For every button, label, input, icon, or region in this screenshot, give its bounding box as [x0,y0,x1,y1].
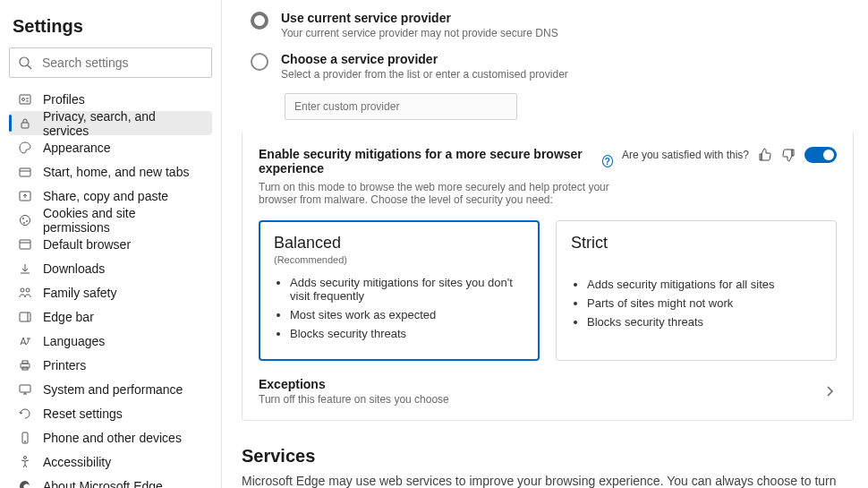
svg-point-13 [26,288,30,292]
security-title: Enable security mitigations for a more s… [259,147,597,176]
security-toggle[interactable] [804,147,837,163]
sidebar-item-phone[interactable]: Phone and other devices [9,425,212,449]
feedback-group: Are you satisfied with this? [622,147,837,163]
svg-rect-14 [20,312,30,321]
sidebar-item-label: Privacy, search, and services [43,109,203,138]
radio-icon [251,53,268,71]
download-icon [18,261,32,276]
sidebar-item-tab[interactable]: Start, home, and new tabs [9,159,212,184]
settings-nav: ProfilesPrivacy, search, and servicesApp… [9,87,212,488]
sidebar-item-reset[interactable]: Reset settings [9,401,212,425]
dns-current-sub: Your current service provider may not pr… [281,27,558,39]
svg-rect-5 [20,168,30,176]
edgebar-icon [18,310,32,324]
strict-title: Strict [571,234,821,253]
svg-point-10 [24,222,25,223]
svg-point-3 [22,98,25,100]
strict-bullet: Blocks security threats [587,315,821,329]
services-heading: Services [242,446,854,467]
svg-point-21 [24,456,27,458]
svg-point-0 [20,57,29,66]
svg-point-20 [25,441,26,441]
search-settings-box [9,47,212,78]
svg-point-8 [23,218,24,218]
sidebar-item-family[interactable]: Family safety [9,280,212,304]
reset-icon [18,407,32,421]
svg-point-7 [21,215,30,225]
sidebar-item-label: Edge bar [43,310,94,324]
sidebar-item-profile[interactable]: Profiles [9,87,212,111]
sidebar-item-label: Printers [43,358,86,372]
svg-point-12 [21,288,24,292]
sidebar-item-download[interactable]: Downloads [9,256,212,280]
accessibility-icon [18,455,32,469]
dns-custom-input[interactable] [285,93,517,120]
sidebar-item-label: Share, copy and paste [43,189,168,203]
svg-rect-18 [20,385,30,392]
strict-bullet: Parts of sites might not work [587,296,821,310]
language-icon [18,334,32,348]
sidebar-item-label: System and performance [43,382,183,397]
printer-icon [18,358,32,372]
sidebar-item-lock[interactable]: Privacy, search, and services [9,111,212,135]
edge-icon [18,479,32,489]
balanced-recommended: (Recommended) [274,254,524,265]
sidebar-item-cookie[interactable]: Cookies and site permissions [9,208,212,232]
dns-choose-provider[interactable]: Choose a service provider Select a provi… [251,52,854,81]
security-card: Enable security mitigations for a more s… [242,133,854,421]
dns-choose-sub: Select a provider from the list or enter… [281,68,568,81]
strict-bullet: Adds security mitigations for all sites [587,278,821,291]
balanced-title: Balanced [274,234,524,253]
thumbs-up-icon[interactable] [758,148,772,162]
balanced-bullet: Adds security mitigations for sites you … [290,276,524,303]
search-input[interactable] [9,47,212,78]
settings-title: Settings [9,13,212,47]
svg-point-9 [27,220,28,221]
sidebar-item-browser[interactable]: Default browser [9,232,212,256]
sidebar-item-label: Accessibility [43,455,111,469]
sidebar-item-share[interactable]: Share, copy and paste [9,184,212,208]
exceptions-sub: Turn off this feature on sites you choos… [259,393,449,406]
tab-icon [18,165,32,179]
profile-icon [18,92,32,107]
svg-rect-16 [22,361,28,364]
settings-sidebar: Settings ProfilesPrivacy, search, and se… [0,0,222,488]
sidebar-item-language[interactable]: Languages [9,329,212,353]
browser-icon [18,237,32,252]
svg-rect-11 [20,240,30,249]
family-icon [18,286,32,300]
sidebar-item-label: Start, home, and new tabs [43,165,189,179]
sidebar-item-edgebar[interactable]: Edge bar [9,304,212,329]
sidebar-item-label: Downloads [43,261,105,276]
system-icon [18,382,32,397]
lock-icon [18,116,32,131]
security-option-strict[interactable]: Strict Adds security mitigations for all… [556,220,837,361]
balanced-bullet: Most sites work as expected [290,308,524,321]
feedback-label: Are you satisfied with this? [622,149,749,161]
svg-line-1 [28,65,31,69]
svg-rect-4 [21,123,29,128]
sidebar-item-system[interactable]: System and performance [9,377,212,401]
sidebar-item-label: Cookies and site permissions [43,206,203,235]
share-icon [18,189,32,203]
sidebar-item-accessibility[interactable]: Accessibility [9,449,212,474]
phone-icon [18,431,32,445]
exceptions-row[interactable]: Exceptions Turn off this feature on site… [259,377,837,406]
services-desc: Microsoft Edge may use web services to i… [242,474,854,488]
security-title-row: Enable security mitigations for a more s… [259,147,613,176]
secure-dns-section: Use current service provider Your curren… [242,11,854,120]
sidebar-item-label: Family safety [43,286,116,300]
security-subtitle: Turn on this mode to browse the web more… [259,181,613,206]
dns-choose-title: Choose a service provider [281,52,568,66]
sidebar-item-appearance[interactable]: Appearance [9,135,212,159]
sidebar-item-printer[interactable]: Printers [9,353,212,377]
sidebar-item-edge[interactable]: About Microsoft Edge [9,474,212,488]
sidebar-item-label: Profiles [43,92,85,107]
thumbs-down-icon[interactable] [781,148,796,162]
dns-use-current[interactable]: Use current service provider Your curren… [251,11,854,39]
security-option-balanced[interactable]: Balanced (Recommended) Adds security mit… [259,220,540,361]
search-icon [18,56,32,70]
appearance-icon [18,141,32,155]
info-icon[interactable]: ? [602,155,613,167]
dns-current-title: Use current service provider [281,11,558,25]
